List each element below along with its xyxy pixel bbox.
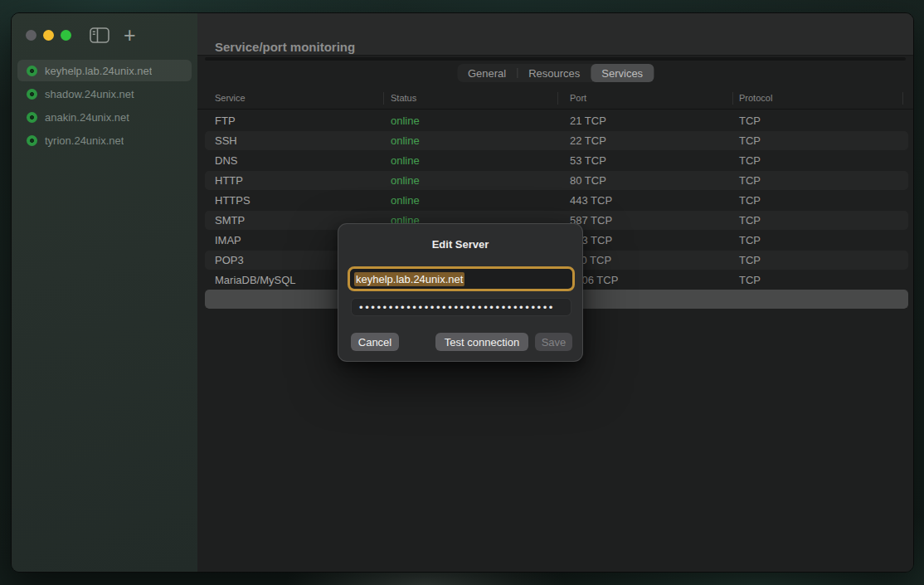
- server-status-dot-icon: [27, 89, 37, 100]
- table-header: Service Status Port Protocol: [197, 87, 913, 110]
- column-divider: [383, 92, 384, 105]
- protocol-value: TCP: [739, 115, 761, 127]
- server-list: keyhelp.lab.24unix.net shadow.24unix.net…: [12, 60, 197, 153]
- password-masked-value: •••••••••••••••••••••••••••••••••: [359, 301, 555, 314]
- service-name: IMAP: [215, 234, 241, 246]
- protocol-value: TCP: [739, 154, 761, 167]
- column-divider: [902, 92, 903, 105]
- table-row[interactable]: FTP online 21 TCP TCP: [197, 110, 913, 130]
- toolbar: Service/port monitoring: [197, 13, 913, 56]
- server-status-dot-icon: [27, 112, 37, 123]
- status-badge: online: [391, 115, 420, 127]
- protocol-value: TCP: [739, 174, 761, 187]
- server-name: shadow.24unix.net: [45, 88, 134, 100]
- server-name: tyrion.24unix.net: [45, 134, 124, 147]
- toggle-sidebar-icon[interactable]: [90, 27, 109, 43]
- dialog-title: Edit Server: [338, 238, 582, 251]
- status-badge: online: [391, 194, 420, 207]
- hostname-input[interactable]: keyhelp.lab.24unix.net: [348, 266, 575, 291]
- column-header-service[interactable]: Service: [215, 93, 246, 103]
- service-name: POP3: [215, 254, 244, 266]
- port-value: 80 TCP: [570, 174, 606, 187]
- save-button[interactable]: Save: [535, 333, 572, 351]
- password-input[interactable]: •••••••••••••••••••••••••••••••••: [351, 298, 571, 316]
- server-status-dot-icon: [27, 66, 37, 76]
- service-name: HTTP: [215, 174, 243, 187]
- protocol-value: TCP: [739, 234, 761, 246]
- minimize-window-button[interactable]: [43, 30, 54, 41]
- service-name: MariaDB/MySQL: [215, 274, 296, 286]
- protocol-value: TCP: [739, 254, 761, 266]
- service-name: SMTP: [215, 214, 245, 227]
- port-value: 21 TCP: [570, 115, 606, 127]
- status-badge: online: [391, 134, 420, 147]
- server-name: anakin.24unix.net: [45, 111, 129, 124]
- column-divider: [557, 92, 558, 105]
- service-name: DNS: [215, 154, 237, 167]
- port-value: 22 TCP: [570, 134, 606, 147]
- scroll-edge-shadow: [205, 57, 906, 61]
- server-status-dot-icon: [27, 135, 37, 146]
- test-connection-button[interactable]: Test connection: [435, 333, 528, 351]
- server-name: keyhelp.lab.24unix.net: [45, 65, 152, 77]
- column-header-port[interactable]: Port: [570, 93, 586, 103]
- column-divider: [732, 92, 733, 105]
- tab-resources[interactable]: Resources: [518, 64, 591, 82]
- tab-general[interactable]: General: [457, 64, 517, 82]
- port-value: 53 TCP: [570, 154, 606, 167]
- sidebar-item-server[interactable]: shadow.24unix.net: [17, 83, 192, 105]
- page-title: Service/port monitoring: [215, 40, 355, 54]
- close-window-button[interactable]: [26, 30, 36, 41]
- protocol-value: TCP: [739, 194, 761, 207]
- sidebar-item-server[interactable]: tyrion.24unix.net: [17, 129, 192, 151]
- table-row[interactable]: DNS online 53 TCP TCP: [197, 150, 913, 170]
- port-value: 443 TCP: [570, 194, 612, 207]
- tab-services[interactable]: Services: [591, 64, 654, 82]
- service-name: HTTPS: [215, 194, 250, 207]
- service-name: FTP: [215, 115, 236, 127]
- add-server-icon[interactable]: +: [124, 25, 136, 46]
- service-name: SSH: [215, 134, 237, 147]
- protocol-value: TCP: [739, 274, 761, 286]
- table-row[interactable]: SSH online 22 TCP TCP: [197, 130, 913, 150]
- table-row[interactable]: HTTPS online 443 TCP TCP: [197, 190, 913, 210]
- sidebar: + keyhelp.lab.24unix.net shadow.24unix.n…: [12, 13, 197, 572]
- edit-server-dialog: Edit Server keyhelp.lab.24unix.net •••••…: [338, 223, 583, 362]
- column-header-protocol[interactable]: Protocol: [739, 93, 772, 103]
- status-badge: online: [391, 154, 420, 167]
- cancel-button[interactable]: Cancel: [351, 333, 399, 351]
- sidebar-item-server[interactable]: anakin.24unix.net: [17, 106, 192, 128]
- column-header-status[interactable]: Status: [391, 93, 416, 103]
- status-badge: online: [391, 174, 420, 187]
- tab-bar: General Resources Services: [457, 64, 654, 82]
- protocol-value: TCP: [739, 134, 761, 147]
- hostname-input-value: keyhelp.lab.24unix.net: [354, 272, 464, 286]
- protocol-value: TCP: [739, 214, 761, 227]
- sidebar-item-server[interactable]: keyhelp.lab.24unix.net: [17, 60, 192, 81]
- zoom-window-button[interactable]: [61, 30, 71, 41]
- table-row[interactable]: HTTP online 80 TCP TCP: [197, 170, 913, 190]
